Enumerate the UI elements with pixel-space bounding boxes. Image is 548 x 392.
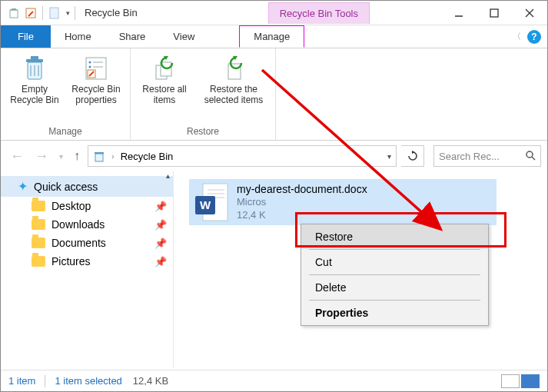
sidebar-item-downloads[interactable]: Downloads 📌 (1, 215, 173, 234)
restore-selected-button[interactable]: Restore the selected items (195, 53, 272, 106)
recycle-bin-small-icon (93, 150, 105, 162)
folder-icon (32, 238, 45, 248)
empty-recycle-bin-button[interactable]: Empty Recycle Bin (4, 53, 65, 106)
recycle-bin-icon[interactable] (7, 6, 21, 20)
restore-selected-label: Restore the selected items (195, 84, 272, 106)
recycle-bin-properties-button[interactable]: Recycle Bin properties (65, 53, 127, 106)
file-item[interactable]: W my-dearest-document.docx Micros 12,4 K (189, 179, 497, 225)
help-button[interactable]: ? (527, 30, 541, 44)
status-selected: 1 item selected (55, 375, 121, 387)
chevron-right-icon: › (111, 151, 115, 161)
sidebar-item-label: Documents (51, 237, 106, 249)
svg-line-29 (532, 157, 535, 160)
sidebar: ▴ ✦ Quick access Desktop 📌 Downloads 📌 D… (1, 171, 174, 368)
quick-access-label: Quick access (34, 181, 98, 193)
file-size: 12,4 K (237, 209, 367, 222)
titlebar: ▾ Recycle Bin Recycle Bin Tools (1, 1, 547, 25)
context-menu: Restore Cut Delete Properties (301, 224, 489, 326)
ribbon-group-restore: Restore all items Restore the selected i… (131, 48, 276, 140)
svg-rect-10 (31, 56, 38, 59)
ribbon-tabs: File Home Share View Manage 〈 ? (1, 25, 547, 48)
svg-rect-23 (228, 64, 241, 79)
svg-rect-0 (10, 10, 18, 18)
tab-file[interactable]: File (1, 25, 51, 48)
svg-point-15 (89, 61, 91, 64)
address-bar[interactable]: › Recycle Bin ▾ (88, 145, 397, 167)
refresh-button[interactable] (401, 145, 424, 167)
restore-selected-icon (195, 53, 272, 84)
explorer-window: ▾ Recycle Bin Recycle Bin Tools File Hom… (0, 0, 548, 392)
sidebar-item-label: Desktop (51, 200, 91, 212)
tab-share[interactable]: Share (105, 25, 160, 48)
tab-view[interactable]: View (159, 25, 208, 48)
view-details-button[interactable] (501, 374, 520, 388)
svg-rect-3 (50, 8, 58, 18)
folder-icon (32, 201, 45, 211)
minimize-button[interactable] (441, 1, 477, 25)
restore-all-label: Restore all items (134, 84, 195, 106)
history-dropdown-icon[interactable]: ▾ (56, 152, 66, 161)
pin-icon: 📌 (154, 219, 167, 231)
properties-icon[interactable] (24, 6, 38, 20)
group-label-restore: Restore (187, 125, 219, 138)
svg-rect-26 (95, 152, 104, 154)
back-button[interactable]: ← (7, 148, 27, 164)
sidebar-quick-access[interactable]: ✦ Quick access (1, 176, 173, 197)
pin-icon: 📌 (154, 256, 167, 267)
collapse-ribbon-icon[interactable]: 〈 (513, 31, 521, 42)
folder-icon (32, 256, 45, 267)
svg-rect-9 (26, 59, 43, 62)
qat-dropdown-icon[interactable]: ▾ (65, 9, 70, 17)
file-name: my-dearest-document.docx (237, 182, 367, 196)
svg-rect-25 (95, 154, 103, 161)
empty-label: Empty Recycle Bin (4, 84, 65, 106)
status-bar: 1 item 1 item selected 12,4 KB (1, 370, 547, 391)
properties-list-icon (65, 53, 127, 84)
nav-row: ← → ▾ ↑ › Recycle Bin ▾ Search Rec... (1, 141, 547, 171)
status-item-count: 1 item (8, 375, 35, 387)
search-icon (525, 150, 536, 163)
ctx-cut[interactable]: Cut (301, 250, 488, 274)
ribbon-group-manage: Empty Recycle Bin Recycle Bin properties… (1, 48, 131, 140)
svg-text:W: W (200, 198, 211, 211)
address-dropdown-icon[interactable]: ▾ (387, 152, 391, 161)
sidebar-item-documents[interactable]: Documents 📌 (1, 234, 173, 252)
restore-all-icon (134, 53, 195, 84)
group-label-manage: Manage (48, 125, 81, 138)
maximize-button[interactable] (477, 1, 512, 25)
file-text: my-dearest-document.docx Micros 12,4 K (237, 182, 367, 222)
tab-home[interactable]: Home (51, 25, 105, 48)
contextual-tab-label: Recycle Bin Tools (268, 2, 370, 24)
sidebar-item-label: Downloads (51, 218, 105, 231)
ctx-delete[interactable]: Delete (301, 275, 488, 300)
search-placeholder: Search Rec... (439, 151, 500, 162)
trash-icon (4, 53, 65, 84)
svg-rect-5 (490, 9, 498, 17)
status-size: 12,4 KB (133, 375, 168, 387)
search-box[interactable]: Search Rec... (433, 145, 541, 167)
restore-all-button[interactable]: Restore all items (134, 53, 195, 106)
title-sep (75, 6, 75, 20)
folder-icon (32, 219, 45, 230)
address-text: Recycle Bin (121, 151, 174, 162)
forward-button[interactable]: → (32, 148, 51, 164)
window-title: Recycle Bin (85, 7, 138, 18)
star-icon: ✦ (18, 179, 28, 194)
svg-point-17 (89, 66, 91, 68)
up-button[interactable]: ↑ (71, 149, 83, 163)
pin-icon: 📌 (154, 238, 167, 249)
tab-manage[interactable]: Manage (239, 25, 304, 48)
scroll-up-icon[interactable]: ▴ (166, 171, 170, 180)
close-button[interactable] (512, 1, 547, 25)
pin-icon: 📌 (154, 201, 167, 212)
view-large-icons-button[interactable] (521, 374, 540, 388)
svg-point-28 (526, 151, 533, 158)
view-mode-buttons (501, 374, 540, 388)
sidebar-item-pictures[interactable]: Pictures 📌 (1, 252, 173, 271)
sidebar-item-desktop[interactable]: Desktop 📌 (1, 197, 173, 215)
document-icon[interactable] (48, 6, 61, 20)
status-sep (45, 375, 45, 387)
svg-rect-1 (12, 8, 16, 10)
ctx-properties[interactable]: Properties (301, 301, 488, 325)
ctx-restore[interactable]: Restore (301, 224, 488, 249)
